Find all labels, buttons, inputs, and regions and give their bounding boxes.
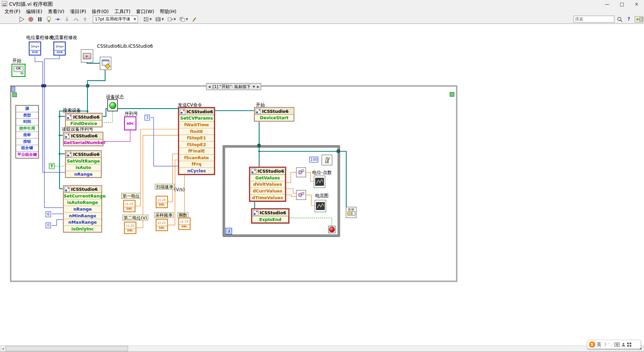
terminal-scan-rate[interactable]: ▴▾1.23DBL (156, 196, 168, 208)
node-get-serial-number-getserialnumber[interactable]: GetSerialNumber (64, 139, 103, 145)
node-set-cv-params-ffrq[interactable]: fFrq (179, 161, 214, 168)
loop-tunnel[interactable] (258, 144, 261, 147)
node-set-cv-params-ncycles[interactable]: nCycles (179, 168, 214, 174)
terminal-current-graph[interactable] (315, 200, 326, 212)
node-exp-is-end[interactable]: ICSStudio6ExpIsEnd (251, 209, 289, 223)
node-find-device[interactable]: ICSStudio6FindDevice (65, 113, 102, 127)
node-set-cv-params-setcvparams[interactable]: SetCVParams (179, 115, 214, 122)
wire-bool-stop[interactable] (289, 218, 332, 226)
loop-iteration-terminal[interactable]: i (225, 228, 232, 234)
node-get-values-class[interactable]: ICSStudio6 (250, 168, 285, 175)
cluster-conversion-node[interactable]: 组/簇c (346, 207, 357, 218)
node-set-current-range-nrange[interactable]: nRange (64, 206, 102, 213)
event-data-item[interactable]: 平台组合键 (16, 152, 38, 158)
ime-toolbox-icon[interactable] (627, 342, 631, 346)
wire-int-current-range[interactable] (44, 53, 63, 208)
loop-tunnel[interactable] (86, 84, 89, 87)
node-get-values-getvalues[interactable]: GetValues (250, 175, 285, 181)
node-get-serial-number-class[interactable]: ICSStudio6 (64, 132, 103, 139)
terminal-voltage-range[interactable]: Sing▾U16 (29, 42, 41, 56)
node-find-device-finddevice[interactable]: FindDevice (66, 121, 102, 127)
terminal-start-ok-button[interactable]: OKTF (11, 64, 25, 77)
wire-int-const0[interactable] (52, 220, 63, 225)
const-3[interactable]: 3 (145, 115, 150, 121)
wire-int-voltage-range[interactable] (35, 56, 65, 172)
loop-tunnel[interactable] (337, 150, 340, 153)
wire-string-serial-number[interactable] (103, 130, 130, 141)
ime-fullwidth-icon[interactable]: ☽ (603, 342, 607, 347)
wire-dbl-scan-rate[interactable] (168, 154, 178, 202)
sogou-logo-icon[interactable]: S (589, 341, 595, 347)
wait-ms-multiple-node[interactable] (322, 155, 332, 165)
node-set-cv-params-fstepe1[interactable]: fStepE1 (179, 135, 214, 142)
node-set-current-range-setcurrentrange[interactable]: SetCurrentRange (64, 193, 102, 200)
ime-toolbar[interactable]: S 英 ☽ ’， (587, 340, 641, 349)
convert-node-lower[interactable] (296, 190, 306, 200)
node-device-start-class[interactable]: ICSStudio6 (255, 108, 293, 115)
node-set-current-range-nminrange[interactable]: nMinRange (64, 213, 102, 219)
event-data-item[interactable]: 源 (16, 106, 38, 113)
convert-node-upper[interactable] (296, 167, 306, 177)
event-data-item[interactable]: 控件引用 (16, 125, 38, 132)
node-set-cv-params[interactable]: ICSStudio6SetCVParamsfWaitTimefInitEfSte… (178, 107, 215, 175)
wire-refnum-main[interactable] (88, 70, 105, 113)
wire-dbl-to-current-graph[interactable] (306, 195, 315, 206)
ime-profile-icon[interactable] (621, 342, 625, 346)
wire-bool-device-status[interactable] (102, 112, 113, 123)
const-6[interactable]: 6 (46, 211, 51, 217)
event-data-node[interactable]: 源类型时间控件引用坐标按钮组合键平台组合键 (16, 105, 39, 158)
terminal-potential-points-graph[interactable] (314, 176, 325, 188)
wire-dbl-dtimevalues[interactable] (286, 195, 296, 196)
node-device-start-devicestart[interactable]: DeviceStart (255, 115, 293, 121)
node-set-current-range-isonlyinc[interactable]: isOnlyInc (64, 226, 102, 232)
event-data-item[interactable]: 坐标 (16, 132, 38, 139)
wire-dbl-first-potential[interactable] (136, 129, 178, 206)
node-set-cv-params-class[interactable]: ICSStudio6 (179, 108, 214, 115)
ime-keyboard-icon[interactable] (614, 342, 620, 346)
wire-dbl-dvoltvalues[interactable] (286, 172, 296, 183)
node-get-serial-number[interactable]: ICSStudio6GetSerialNumber (63, 132, 103, 146)
terminal-sample-frequency[interactable]: ▴▾1.23DBL (156, 219, 168, 231)
node-set-volt-range[interactable]: ICSStudio6SetVoltRangeisAutonRange (65, 150, 102, 178)
node-get-values-dcurrvalues[interactable]: dCurrValues (250, 188, 285, 195)
wire-int-const3[interactable] (151, 118, 178, 166)
node-device-start[interactable]: ICSStudio6DeviceStart (254, 107, 294, 122)
event-data-item[interactable]: 时间 (16, 119, 38, 126)
node-set-volt-range-class[interactable]: ICSStudio6 (66, 151, 101, 158)
node-set-current-range-isautorange[interactable]: isAutoRange (64, 200, 102, 206)
const-0[interactable]: 0 (46, 222, 51, 228)
event-data-item[interactable]: 类型 (16, 112, 38, 119)
node-get-values-dtimevalues[interactable]: dTimeValues (250, 194, 285, 201)
node-set-current-range[interactable]: ICSStudio6SetCurrentRangeisAutoRangenRan… (63, 185, 102, 232)
ime-language-mode[interactable]: 英 (597, 341, 601, 347)
event-data-item[interactable]: 组合键 (16, 145, 38, 152)
node-set-cv-params-finite[interactable]: fInitE (179, 128, 214, 135)
node-set-cv-params-ffinale[interactable]: fFinalE (179, 148, 214, 155)
loop-condition-terminal[interactable] (328, 226, 335, 233)
terminal-second-potential[interactable]: ▴▾1.23DBL (124, 222, 137, 234)
node-find-device-class[interactable]: ICSStudio6 (66, 114, 102, 121)
wire-dbl-dcurrvalues[interactable] (286, 189, 296, 193)
node-set-volt-range-isauto[interactable]: isAuto (66, 165, 101, 171)
node-set-current-range-nmaxrange[interactable]: nMaxRange (64, 219, 102, 226)
terminal-current-range[interactable]: Sing▾U16 (53, 42, 66, 56)
const-100-wait-ms[interactable]: 100 (309, 157, 318, 163)
event-data-item[interactable]: 按钮 (16, 139, 38, 145)
wire-refnum-automation-open[interactable] (87, 62, 100, 63)
node-get-values[interactable]: ICSStudio6GetValuesdVoltValuesdCurrValue… (249, 167, 286, 202)
node-set-cv-params-fstepe2[interactable]: fStepE2 (179, 141, 214, 148)
node-set-volt-range-nrange[interactable]: nRange (66, 171, 101, 177)
node-set-cv-params-fscanrate[interactable]: fScanRate (179, 155, 214, 161)
true-constant[interactable]: T (49, 163, 55, 169)
node-get-values-dvoltvalues[interactable]: dVoltValues (250, 181, 285, 188)
node-exp-is-end-expisend[interactable]: ExpIsEnd (252, 216, 288, 222)
terminal-first-potential[interactable]: ▴▾1.23DBL (123, 200, 136, 212)
node-set-volt-range-setvoltrange[interactable]: SetVoltRange (66, 158, 101, 165)
terminal-cycle-count[interactable]: ▴▾1.23DBL (178, 218, 191, 230)
terminal-serial-number[interactable]: abc (124, 117, 137, 131)
terminal-device-status-led[interactable] (107, 99, 118, 112)
node-set-current-range-class[interactable]: ICSStudio6 (64, 186, 102, 193)
loop-tunnel[interactable] (43, 84, 46, 87)
ime-punctuation-icon[interactable]: ’， (608, 342, 612, 347)
activex-class-constant[interactable]: ▸ (81, 49, 93, 62)
